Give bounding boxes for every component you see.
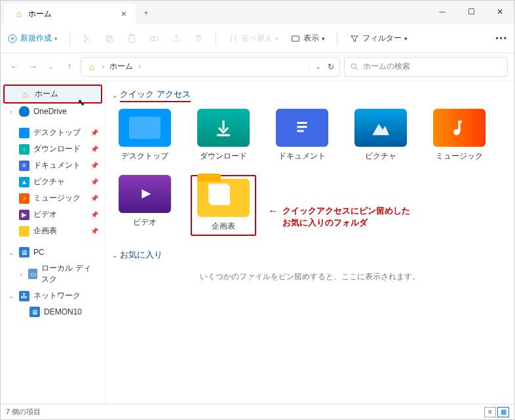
pin-icon: 📌 <box>90 162 98 169</box>
tile-downloads[interactable]: ダウンロード <box>191 109 256 162</box>
sidebar-item-plan[interactable]: 企画表 📌 <box>3 223 102 239</box>
section-favorites[interactable]: ⌄ お気に入り <box>112 249 508 261</box>
navigation-bar: ← → ⌄ ↑ ⌂ › ホーム › ⌄ ↻ ホームの検索 <box>1 53 514 81</box>
tile-plan[interactable]: 企画表 <box>191 175 256 236</box>
chevron-right-icon: › <box>102 63 104 70</box>
new-button[interactable]: 新規作成 ▾ <box>7 33 58 44</box>
chevron-down-icon: ▾ <box>54 35 58 42</box>
chevron-down-icon: ▾ <box>275 35 278 42</box>
sidebar-item-documents[interactable]: ≡ ドキュメント 📌 <box>3 157 102 174</box>
new-tab-button[interactable]: ＋ <box>136 1 157 18</box>
sidebar-item-home[interactable]: ⌂ ホーム ⬉ <box>3 85 102 104</box>
folder-icon <box>19 226 29 237</box>
tile-videos[interactable]: ビデオ <box>112 175 178 236</box>
maximize-button[interactable]: ☐ <box>457 1 486 23</box>
sidebar-item-desktop[interactable]: デスクトップ 📌 <box>3 124 102 141</box>
paste-icon <box>126 33 137 44</box>
address-bar[interactable]: ⌂ › ホーム › ⌄ ↻ <box>81 57 340 77</box>
sidebar-item-pictures[interactable]: ▲ ピクチャ 📌 <box>3 174 102 190</box>
home-icon: ⌂ <box>86 62 97 72</box>
cut-icon <box>82 33 92 44</box>
up-button[interactable]: ↑ <box>62 60 77 74</box>
search-input[interactable]: ホームの検索 <box>344 57 508 77</box>
sidebar-item-localdisk[interactable]: › ▭ ローカル ディスク <box>3 260 102 288</box>
sidebar-item-pc[interactable]: ⌄ 🖥 PC <box>3 244 102 260</box>
trash-icon <box>193 33 204 44</box>
pin-icon: 📌 <box>90 129 98 136</box>
view-button[interactable]: 表示 ▾ <box>290 33 325 44</box>
picture-folder-icon <box>354 109 407 147</box>
rename-button[interactable] <box>149 33 159 44</box>
navigation-pane: ⌂ ホーム ⬉ › OneDrive デスクトップ 📌 ↓ ダウンロード 📌 <box>1 81 105 404</box>
tile-desktop[interactable]: デスクトップ <box>112 109 178 162</box>
delete-button[interactable] <box>193 33 204 44</box>
tile-music[interactable]: ミュージック <box>427 109 492 162</box>
desktop-icon <box>19 128 29 138</box>
copy-icon <box>104 33 115 44</box>
content-pane: ⌄ クイック アクセス デスクトップ ダウンロード <box>105 81 514 404</box>
share-button[interactable] <box>171 33 181 44</box>
sidebar-item-network[interactable]: ⌄ 🖧 ネットワーク <box>3 288 102 304</box>
svg-rect-3 <box>106 35 111 41</box>
download-icon: ↓ <box>19 144 29 155</box>
breadcrumb-home[interactable]: ホーム <box>109 61 133 72</box>
sidebar-item-demon10[interactable]: 🖥 DEMON10 <box>3 304 102 320</box>
onedrive-icon <box>19 106 29 117</box>
svg-rect-8 <box>292 36 299 41</box>
copy-button[interactable] <box>104 33 115 44</box>
chevron-down-icon: ▾ <box>322 35 325 42</box>
svg-rect-4 <box>108 37 113 42</box>
music-folder-icon <box>433 109 486 147</box>
home-icon: ⌂ <box>20 89 31 100</box>
sort-icon <box>228 33 238 44</box>
tile-documents[interactable]: ドキュメント <box>269 109 335 162</box>
sidebar-item-downloads[interactable]: ↓ ダウンロード 📌 <box>3 141 102 157</box>
pc-icon: 🖥 <box>29 307 40 317</box>
document-folder-icon <box>276 109 328 147</box>
tab-home[interactable]: ⌂ ホーム × <box>5 3 136 24</box>
svg-point-9 <box>351 64 356 68</box>
filter-icon <box>349 33 360 44</box>
filter-button[interactable]: フィルター ▾ <box>349 33 408 44</box>
sidebar-item-music[interactable]: ♪ ミュージック 📌 <box>3 190 102 206</box>
annotation-callout: ← クイックアクセスにピン留めした お気に入りのフォルダ <box>268 205 410 229</box>
rename-icon <box>149 33 159 44</box>
explorer-window: ⌂ ホーム × ＋ ─ ☐ ✕ 新規作成 ▾ 並べ替え ▾ <box>0 0 515 420</box>
search-placeholder: ホームの検索 <box>363 61 410 72</box>
icons-view-button[interactable]: ▦ <box>497 407 509 417</box>
sidebar-item-onedrive[interactable]: › OneDrive <box>3 104 102 119</box>
recent-button[interactable]: ⌄ <box>44 60 58 74</box>
favorites-empty-message: いくつかのファイルをピン留めすると、ここに表示されます。 <box>112 271 508 282</box>
tile-pictures[interactable]: ピクチャ <box>348 109 413 162</box>
pin-icon: 📌 <box>90 195 98 202</box>
close-window-button[interactable]: ✕ <box>486 1 514 23</box>
home-icon: ⌂ <box>14 9 24 19</box>
title-bar: ⌂ ホーム × ＋ ─ ☐ ✕ <box>1 1 514 24</box>
document-icon: ≡ <box>19 161 29 171</box>
search-icon <box>350 62 359 71</box>
sort-button[interactable]: 並べ替え ▾ <box>228 33 278 44</box>
status-bar: 7 個の項目 ≡ ▦ <box>1 404 514 419</box>
music-icon: ♪ <box>19 193 29 204</box>
chevron-down-icon[interactable]: ⌄ <box>316 64 321 70</box>
svg-marker-10 <box>372 124 389 135</box>
video-folder-icon <box>119 175 171 213</box>
minimize-button[interactable]: ─ <box>428 1 457 23</box>
chevron-down-icon: ⌄ <box>7 292 15 299</box>
chevron-right-icon: › <box>138 63 140 70</box>
refresh-button[interactable]: ↻ <box>328 62 334 71</box>
back-button[interactable]: ← <box>7 60 22 74</box>
chevron-right-icon: › <box>18 271 24 278</box>
pin-icon: 📌 <box>90 145 98 153</box>
folder-icon <box>197 179 250 217</box>
section-quickaccess[interactable]: ⌄ クイック アクセス <box>112 88 508 102</box>
picture-icon: ▲ <box>19 177 29 187</box>
more-button[interactable]: ••• <box>495 34 508 43</box>
sidebar-item-videos[interactable]: ▶ ビデオ 📌 <box>3 206 102 223</box>
close-tab-button[interactable]: × <box>121 9 126 19</box>
details-view-button[interactable]: ≡ <box>484 407 496 417</box>
paste-button[interactable] <box>126 33 137 44</box>
cut-button[interactable] <box>82 33 92 44</box>
tab-title: ホーム <box>28 9 52 20</box>
forward-button[interactable]: → <box>26 60 40 74</box>
